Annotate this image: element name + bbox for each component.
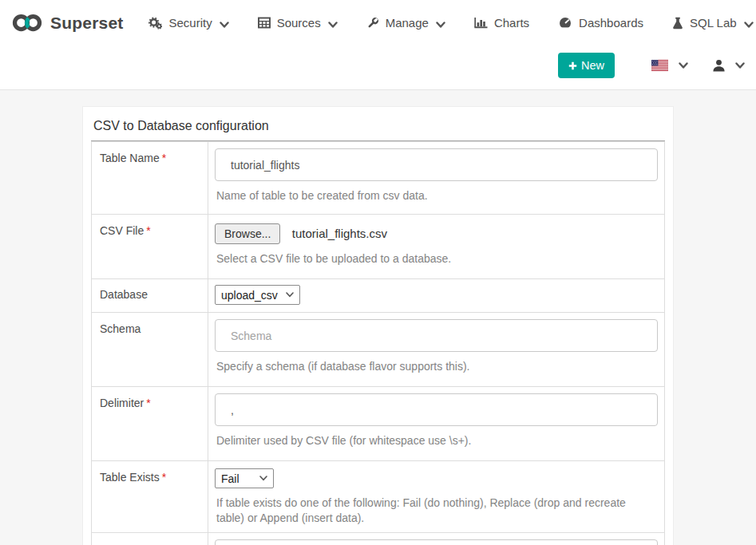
field-label-cell: Database — [92, 279, 208, 313]
table-exists-select-value: Fail — [221, 472, 239, 485]
field-label-cell: Table Name* — [92, 142, 208, 215]
superset-logo-icon — [11, 13, 43, 33]
required-asterisk: * — [146, 224, 150, 237]
database-select-value: upload_csv — [221, 289, 278, 302]
csv-config-form: Table Name* Name of table to be created … — [91, 141, 665, 545]
required-asterisk: * — [162, 471, 166, 484]
csv-config-panel: CSV to Database configuration Table Name… — [82, 106, 674, 545]
language-dropdown[interactable] — [651, 60, 688, 71]
delimiter-input[interactable] — [215, 393, 658, 426]
nav-label: Manage — [386, 16, 429, 30]
field-input-cell: Delimiter used by CSV file (for whitespa… — [208, 387, 665, 461]
chevron-down-icon — [436, 22, 445, 29]
nav-label: Sources — [277, 16, 321, 30]
required-asterisk: * — [146, 397, 150, 409]
nav-menu: Security Sources — [148, 16, 753, 30]
field-input-cell: Browse... tutorial_flights.csv Select a … — [208, 215, 665, 279]
table-exists-label: Table Exists — [100, 471, 160, 484]
bar-chart-icon — [474, 17, 488, 29]
table-name-input[interactable] — [215, 148, 658, 181]
chevron-down-icon — [679, 62, 688, 69]
csv-file-help: Select a CSV file to be uploaded to a da… — [216, 251, 654, 267]
nav-label: Security — [168, 16, 212, 30]
field-label-cell: CSV File* — [92, 215, 208, 279]
superset-brand[interactable]: Superset — [11, 13, 123, 33]
nav-item-sql-lab[interactable]: SQL Lab — [672, 16, 754, 30]
schema-help: Specify a schema (if database flavor sup… — [216, 359, 654, 374]
field-label-cell: Table Exists* — [92, 461, 208, 533]
delimiter-help: Delimiter used by CSV file (for whitespa… — [216, 433, 654, 448]
table-row-database: Database upload_csv — [92, 279, 665, 313]
dashboard-icon — [558, 17, 572, 29]
table-row-schema: Schema Specify a schema (if database fla… — [92, 313, 665, 387]
table-name-label: Table Name — [100, 152, 160, 164]
nav-label: Charts — [494, 16, 529, 30]
selected-file-name: tutorial_flights.csv — [292, 227, 387, 240]
chevron-down-icon — [328, 22, 338, 29]
field-input-cell: upload_csv — [208, 279, 665, 313]
wrench-icon — [366, 17, 379, 30]
schema-label: Schema — [100, 322, 141, 335]
nav-item-sources[interactable]: Sources — [258, 16, 338, 30]
flask-icon — [672, 17, 683, 30]
table-exists-help: If table exists do one of the following:… — [216, 496, 654, 526]
table-icon — [258, 17, 271, 29]
chevron-down-icon — [220, 22, 229, 29]
browse-file-button[interactable]: Browse... — [215, 223, 280, 244]
field-label-cell: Delimiter* — [92, 387, 208, 461]
field-input-cell — [208, 533, 665, 545]
delimiter-label: Delimiter — [100, 397, 144, 409]
navbar-secondary-row: New — [0, 45, 756, 85]
page-title: CSV to Database configuration — [93, 119, 665, 133]
field-input-cell: Specify a schema (if database flavor sup… — [208, 313, 665, 387]
table-row-table-name: Table Name* Name of table to be created … — [92, 142, 665, 215]
table-row-table-exists: Table Exists* Fail If table exists do on… — [92, 461, 665, 533]
partial-input[interactable] — [215, 539, 658, 545]
table-exists-select[interactable]: Fail — [215, 468, 274, 488]
nav-item-security[interactable]: Security — [148, 16, 228, 30]
table-row-delimiter: Delimiter* Delimiter used by CSV file (f… — [92, 387, 665, 461]
table-name-help: Name of table to be created from csv dat… — [216, 188, 654, 203]
database-select[interactable]: upload_csv — [215, 285, 300, 305]
nav-item-manage[interactable]: Manage — [366, 16, 445, 30]
navbar-main-row: Superset Security — [0, 0, 756, 45]
new-button-label: New — [581, 59, 604, 72]
cogs-icon — [148, 17, 162, 30]
table-row-csv-file: CSV File* Browse... tutorial_flights.csv… — [92, 215, 665, 279]
nav-item-charts[interactable]: Charts — [474, 16, 529, 30]
select-chevron-icon — [259, 476, 267, 481]
user-menu-dropdown[interactable] — [712, 59, 745, 72]
brand-name: Superset — [50, 14, 123, 33]
csv-file-label: CSV File — [100, 224, 144, 237]
field-label-cell — [92, 533, 208, 545]
page-body: CSV to Database configuration Table Name… — [0, 90, 756, 545]
chevron-down-icon — [735, 62, 745, 69]
us-flag-icon — [651, 60, 668, 71]
nav-label: Dashboards — [579, 16, 643, 30]
table-row-partial — [92, 533, 665, 545]
database-label: Database — [100, 288, 148, 301]
select-chevron-icon — [286, 292, 294, 298]
nav-item-dashboards[interactable]: Dashboards — [558, 16, 643, 30]
navbar: Superset Security — [0, 0, 756, 90]
nav-label: SQL Lab — [690, 16, 737, 30]
schema-input[interactable] — [215, 319, 658, 352]
new-button[interactable]: New — [558, 53, 615, 78]
field-input-cell: Name of table to be created from csv dat… — [208, 142, 665, 215]
plus-icon — [568, 61, 577, 70]
field-input-cell: Fail If table exists do one of the follo… — [208, 461, 665, 533]
chevron-down-icon — [744, 22, 754, 29]
required-asterisk: * — [162, 152, 166, 164]
field-label-cell: Schema — [92, 313, 208, 387]
user-icon — [712, 59, 726, 72]
